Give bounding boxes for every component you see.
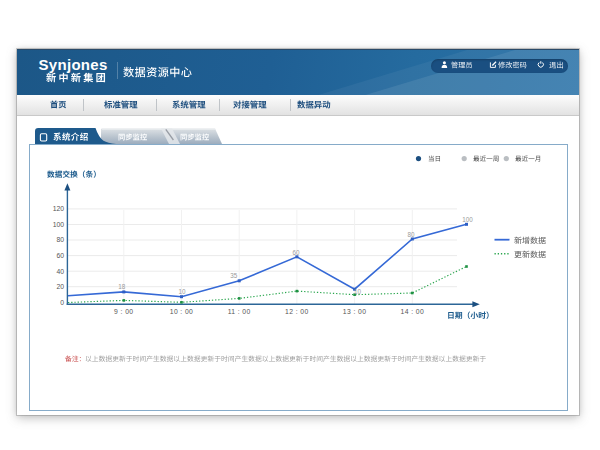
svg-text:0: 0 — [60, 299, 64, 306]
svg-text:80: 80 — [407, 231, 415, 238]
svg-text:11 : 00: 11 : 00 — [228, 308, 251, 315]
svg-text:10 : 00: 10 : 00 — [170, 308, 194, 315]
svg-text:60: 60 — [292, 249, 300, 256]
svg-text:13 : 00: 13 : 00 — [343, 308, 367, 315]
svg-text:60: 60 — [56, 252, 64, 259]
svg-text:9 : 00: 9 : 00 — [114, 308, 133, 315]
svg-text:35: 35 — [230, 272, 238, 279]
svg-text:100: 100 — [462, 216, 473, 223]
svg-text:10: 10 — [178, 288, 186, 295]
svg-text:100: 100 — [53, 221, 65, 228]
svg-text:14 : 00: 14 : 00 — [401, 308, 425, 315]
svg-text:12 : 00: 12 : 00 — [285, 308, 309, 315]
svg-text:18: 18 — [118, 283, 126, 290]
svg-text:120: 120 — [53, 205, 65, 212]
svg-text:80: 80 — [56, 236, 64, 243]
svg-text:40: 40 — [56, 268, 64, 275]
svg-text:20: 20 — [56, 283, 64, 290]
svg-text:10: 10 — [354, 288, 362, 295]
